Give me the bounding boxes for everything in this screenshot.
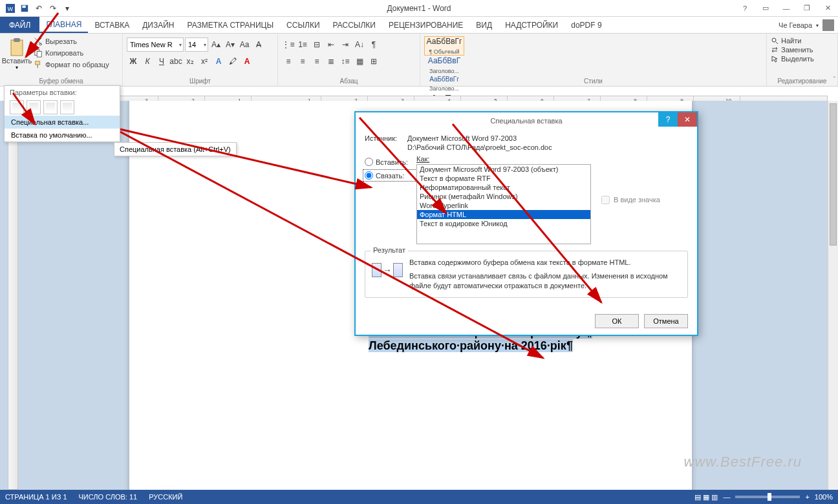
tab-insert[interactable]: ВСТАВКА <box>88 17 136 33</box>
tab-file[interactable]: ФАЙЛ <box>0 17 39 33</box>
select-button[interactable]: Выделить <box>771 54 833 63</box>
shrink-font-icon[interactable]: A▾ <box>224 37 237 52</box>
group-font: Times New R 14 A▴ A▾ Aa A̶ Ж К Ч abc x₂ … <box>123 34 278 86</box>
undo-icon[interactable]: ↶ <box>32 2 45 15</box>
status-page[interactable]: СТРАНИЦА 1 ИЗ 1 <box>5 493 67 501</box>
status-lang[interactable]: РУССКИЙ <box>149 493 182 501</box>
highlight-icon[interactable]: 🖍 <box>226 54 239 68</box>
status-bar: СТРАНИЦА 1 ИЗ 1 ЧИСЛО СЛОВ: 11 РУССКИЙ ▤… <box>0 490 838 504</box>
justify-icon[interactable]: ≣ <box>325 54 338 68</box>
tab-layout[interactable]: РАЗМЕТКА СТРАНИЦЫ <box>181 17 281 33</box>
paste-option-2[interactable] <box>27 100 41 114</box>
bullets-icon[interactable]: ⋮≡ <box>282 37 295 52</box>
paste-button[interactable]: Вставить ▾ <box>4 36 30 70</box>
paste-option-4[interactable] <box>60 100 74 114</box>
change-case-icon[interactable]: Aa <box>238 37 251 52</box>
font-color-icon[interactable]: A <box>241 54 253 68</box>
align-right-icon[interactable]: ≡ <box>310 54 323 68</box>
window-controls: ? ▭ — ❐ ✕ <box>737 2 835 15</box>
group-paragraph: ⋮≡ 1≡ ⊟ ⇤ ⇥ A↓ ¶ ≡ ≡ ≡ ≣ ↕≡ ▦ ⊞ Абзац <box>278 34 420 86</box>
align-left-icon[interactable]: ≡ <box>282 54 295 68</box>
align-center-icon[interactable]: ≡ <box>296 54 309 68</box>
watermark: www.BestFree.ru <box>684 454 802 470</box>
tab-addins[interactable]: НАДСТРОЙКИ <box>499 17 564 33</box>
show-marks-icon[interactable]: ¶ <box>367 37 380 52</box>
shading-icon[interactable]: ▦ <box>353 54 366 68</box>
scroll-thumb[interactable] <box>830 103 837 246</box>
paste-special-item[interactable]: Специальная вставка... <box>5 116 120 129</box>
underline-icon[interactable]: Ч <box>155 54 168 68</box>
outdent-icon[interactable]: ⇤ <box>325 37 338 52</box>
svg-point-11 <box>772 38 776 42</box>
radio-paste[interactable]: Вставить: <box>365 158 416 166</box>
help-icon[interactable]: ? <box>737 2 753 15</box>
borders-icon[interactable]: ⊞ <box>367 54 380 68</box>
close-icon[interactable]: ✕ <box>820 2 835 15</box>
bold-icon[interactable]: Ж <box>127 54 140 68</box>
style-normal[interactable]: АаБбВвГг¶ Обычный <box>424 36 464 56</box>
font-size-combo[interactable]: 14 <box>185 37 208 52</box>
paste-options-menu: Параметры вставки: Специальная вставка..… <box>4 85 120 142</box>
zoom-slider[interactable] <box>735 496 800 498</box>
dialog-help-icon[interactable]: ? <box>658 112 678 127</box>
clear-format-icon[interactable]: A̶ <box>252 37 265 52</box>
svg-rect-3 <box>23 5 26 8</box>
superscript-icon[interactable]: x² <box>198 54 211 68</box>
user-area[interactable]: Че Гевара ▾ <box>779 19 834 31</box>
user-name: Че Гевара <box>779 21 812 29</box>
strike-icon[interactable]: abc <box>169 54 182 68</box>
dialog-close-icon[interactable]: ✕ <box>678 112 697 127</box>
copy-button[interactable]: Копировать <box>32 48 111 58</box>
ok-button[interactable]: ОК <box>595 314 639 328</box>
text-effects-icon[interactable]: A <box>212 54 225 68</box>
format-painter-button[interactable]: Формат по образцу <box>32 59 111 70</box>
avatar <box>822 19 834 31</box>
style-heading1[interactable]: АаБбВвГЗаголово... <box>424 56 464 75</box>
cancel-button[interactable]: Отмена <box>644 314 688 328</box>
group-editing: Найти Заменить Выделить Редактирование <box>767 34 838 86</box>
indent-icon[interactable]: ⇥ <box>339 37 352 52</box>
line-spacing-icon[interactable]: ↕≡ <box>339 54 352 68</box>
as-icon-checkbox: В виде значка <box>601 155 660 244</box>
collapse-ribbon-icon[interactable]: ˇ <box>833 76 835 83</box>
cut-button[interactable]: Вырезать <box>32 36 111 47</box>
qat-more-icon[interactable]: ▾ <box>61 2 74 15</box>
replace-button[interactable]: Заменить <box>771 45 833 54</box>
tab-home[interactable]: ГЛАВНАЯ <box>39 17 88 33</box>
multilevel-icon[interactable]: ⊟ <box>310 37 323 52</box>
status-words[interactable]: ЧИСЛО СЛОВ: 11 <box>79 493 138 501</box>
find-button[interactable]: Найти <box>771 36 833 45</box>
restore-icon[interactable]: ❐ <box>799 2 815 15</box>
paste-option-3[interactable] <box>43 100 58 114</box>
font-name-combo[interactable]: Times New R <box>127 37 184 52</box>
paste-default-item[interactable]: Вставка по умолчанию... <box>5 129 120 142</box>
tab-dopdf[interactable]: doPDF 9 <box>564 17 608 33</box>
svg-rect-10 <box>36 61 40 65</box>
save-icon[interactable] <box>18 2 31 15</box>
sort-icon[interactable]: A↓ <box>353 37 366 52</box>
format-listbox[interactable]: Документ Microsoft Word 97-2003 (объект)… <box>416 164 591 244</box>
word-icon[interactable]: W <box>4 2 17 15</box>
grow-font-icon[interactable]: A▴ <box>210 37 222 52</box>
vertical-ruler[interactable] <box>8 101 18 490</box>
paste-option-1[interactable] <box>10 100 24 114</box>
tab-review[interactable]: РЕЦЕНЗИРОВАНИЕ <box>382 17 469 33</box>
tab-view[interactable]: ВИД <box>469 17 499 33</box>
dialog-title[interactable]: Специальная вставка ? ✕ <box>356 112 697 129</box>
svg-rect-4 <box>11 40 23 56</box>
numbering-icon[interactable]: 1≡ <box>296 37 309 52</box>
tab-design[interactable]: ДИЗАЙН <box>136 17 180 33</box>
tab-mailings[interactable]: РАССЫЛКИ <box>327 17 382 33</box>
redo-icon[interactable]: ↷ <box>47 2 59 15</box>
ribbon-display-icon[interactable]: ▭ <box>758 2 773 15</box>
view-mode-icons[interactable]: ▤ ▦ ▥ <box>694 493 718 501</box>
minimize-icon[interactable]: — <box>779 2 794 15</box>
zoom-value[interactable]: 100% <box>815 493 833 501</box>
vertical-scrollbar[interactable] <box>828 101 838 490</box>
group-styles: АаБбВвГг¶ Обычный АаБбВвГЗаголово... АаБ… <box>420 34 767 86</box>
tab-references[interactable]: ССЫЛКИ <box>280 17 326 33</box>
result-icon: → <box>372 258 403 282</box>
italic-icon[interactable]: К <box>141 54 154 68</box>
subscript-icon[interactable]: x₂ <box>184 54 197 68</box>
radio-link[interactable]: Связать: <box>365 171 416 180</box>
